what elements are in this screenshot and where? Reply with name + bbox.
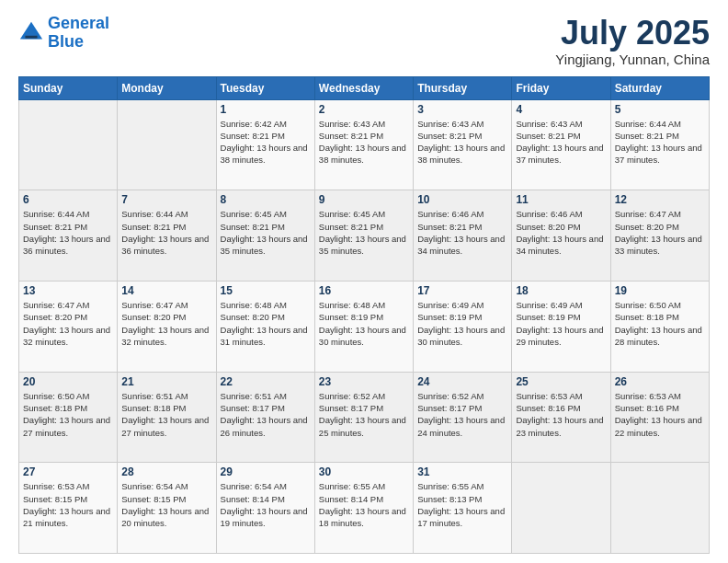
day-number: 8 [221,193,311,206]
table-row: 26Sunrise: 6:53 AMSunset: 8:16 PMDayligh… [610,372,709,463]
logo-icon [18,20,44,46]
day-info: Sunrise: 6:44 AMSunset: 8:21 PMDaylight:… [121,209,209,256]
table-row: 2Sunrise: 6:43 AMSunset: 8:21 PMDaylight… [314,99,413,190]
table-row: 24Sunrise: 6:52 AMSunset: 8:17 PMDayligh… [414,372,512,463]
logo-line2: Blue [48,32,84,51]
table-row: 5Sunrise: 6:44 AMSunset: 8:21 PMDaylight… [610,99,709,190]
day-number: 27 [23,465,113,478]
day-number: 12 [615,193,705,206]
col-wednesday: Wednesday [314,76,413,99]
calendar-week-row: 20Sunrise: 6:50 AMSunset: 8:18 PMDayligh… [19,372,710,463]
table-row: 29Sunrise: 6:54 AMSunset: 8:14 PMDayligh… [216,463,314,554]
col-tuesday: Tuesday [216,76,314,99]
table-row: 23Sunrise: 6:52 AMSunset: 8:17 PMDayligh… [314,372,413,463]
day-info: Sunrise: 6:47 AMSunset: 8:20 PMDaylight:… [615,209,702,256]
day-number: 15 [221,284,311,297]
day-number: 10 [417,193,507,206]
day-info: Sunrise: 6:46 AMSunset: 8:20 PMDaylight:… [516,209,603,256]
day-info: Sunrise: 6:49 AMSunset: 8:19 PMDaylight:… [417,300,505,347]
table-row: 21Sunrise: 6:51 AMSunset: 8:18 PMDayligh… [118,372,216,463]
table-row: 8Sunrise: 6:45 AMSunset: 8:21 PMDaylight… [216,190,314,282]
day-info: Sunrise: 6:50 AMSunset: 8:18 PMDaylight:… [23,391,110,438]
day-info: Sunrise: 6:47 AMSunset: 8:20 PMDaylight:… [121,300,209,347]
day-info: Sunrise: 6:51 AMSunset: 8:17 PMDaylight:… [221,391,308,438]
day-info: Sunrise: 6:54 AMSunset: 8:15 PMDaylight:… [121,481,209,528]
table-row [118,99,216,190]
col-monday: Monday [118,76,216,99]
day-info: Sunrise: 6:43 AMSunset: 8:21 PMDaylight:… [516,119,603,166]
main-title: July 2025 [555,15,710,52]
day-info: Sunrise: 6:51 AMSunset: 8:18 PMDaylight:… [121,391,209,438]
col-thursday: Thursday [414,76,512,99]
calendar-week-row: 13Sunrise: 6:47 AMSunset: 8:20 PMDayligh… [19,281,710,372]
table-row [610,463,709,554]
table-row: 6Sunrise: 6:44 AMSunset: 8:21 PMDaylight… [19,190,118,282]
day-info: Sunrise: 6:54 AMSunset: 8:14 PMDaylight:… [221,481,308,528]
day-info: Sunrise: 6:44 AMSunset: 8:21 PMDaylight:… [23,209,110,256]
day-number: 28 [121,465,211,478]
calendar-week-row: 1Sunrise: 6:42 AMSunset: 8:21 PMDaylight… [19,99,710,190]
day-info: Sunrise: 6:53 AMSunset: 8:15 PMDaylight:… [23,481,110,528]
day-number: 16 [319,284,409,297]
table-row: 3Sunrise: 6:43 AMSunset: 8:21 PMDaylight… [414,99,512,190]
day-number: 9 [319,193,409,206]
table-row: 31Sunrise: 6:55 AMSunset: 8:13 PMDayligh… [414,463,512,554]
page: General Blue July 2025 Yingjiang, Yunnan… [0,0,728,563]
table-row: 1Sunrise: 6:42 AMSunset: 8:21 PMDaylight… [216,99,314,190]
day-number: 13 [23,284,113,297]
subtitle: Yingjiang, Yunnan, China [555,52,710,67]
day-info: Sunrise: 6:55 AMSunset: 8:13 PMDaylight:… [417,481,505,528]
day-number: 26 [615,375,705,388]
logo-text: General Blue [48,15,109,52]
table-row: 20Sunrise: 6:50 AMSunset: 8:18 PMDayligh… [19,372,118,463]
day-number: 30 [319,465,409,478]
day-number: 19 [615,284,705,297]
day-number: 20 [23,375,113,388]
title-block: July 2025 Yingjiang, Yunnan, China [555,15,710,67]
table-row: 11Sunrise: 6:46 AMSunset: 8:20 PMDayligh… [512,190,610,282]
day-number: 5 [615,103,705,116]
logo: General Blue [18,15,109,52]
table-row: 17Sunrise: 6:49 AMSunset: 8:19 PMDayligh… [414,281,512,372]
day-number: 3 [417,103,507,116]
table-row: 19Sunrise: 6:50 AMSunset: 8:18 PMDayligh… [610,281,709,372]
day-number: 23 [319,375,409,388]
table-row: 10Sunrise: 6:46 AMSunset: 8:21 PMDayligh… [414,190,512,282]
calendar-week-row: 27Sunrise: 6:53 AMSunset: 8:15 PMDayligh… [19,463,710,554]
day-number: 11 [516,193,606,206]
col-saturday: Saturday [610,76,709,99]
table-row: 4Sunrise: 6:43 AMSunset: 8:21 PMDaylight… [512,99,610,190]
day-number: 2 [319,103,409,116]
table-row: 9Sunrise: 6:45 AMSunset: 8:21 PMDaylight… [314,190,413,282]
day-info: Sunrise: 6:53 AMSunset: 8:16 PMDaylight:… [516,391,603,438]
day-number: 14 [121,284,211,297]
day-info: Sunrise: 6:52 AMSunset: 8:17 PMDaylight:… [417,391,505,438]
table-row: 14Sunrise: 6:47 AMSunset: 8:20 PMDayligh… [118,281,216,372]
calendar-header-row: Sunday Monday Tuesday Wednesday Thursday… [19,76,710,99]
table-row [19,99,118,190]
col-friday: Friday [512,76,610,99]
day-number: 7 [121,193,211,206]
day-info: Sunrise: 6:43 AMSunset: 8:21 PMDaylight:… [417,119,505,166]
day-number: 29 [221,465,311,478]
table-row: 25Sunrise: 6:53 AMSunset: 8:16 PMDayligh… [512,372,610,463]
table-row: 7Sunrise: 6:44 AMSunset: 8:21 PMDaylight… [118,190,216,282]
day-info: Sunrise: 6:42 AMSunset: 8:21 PMDaylight:… [221,119,308,166]
table-row: 16Sunrise: 6:48 AMSunset: 8:19 PMDayligh… [314,281,413,372]
day-info: Sunrise: 6:53 AMSunset: 8:16 PMDaylight:… [615,391,702,438]
logo-line1: General [48,14,109,32]
day-info: Sunrise: 6:49 AMSunset: 8:19 PMDaylight:… [516,300,603,347]
calendar-table: Sunday Monday Tuesday Wednesday Thursday… [18,76,710,554]
table-row: 30Sunrise: 6:55 AMSunset: 8:14 PMDayligh… [314,463,413,554]
col-sunday: Sunday [19,76,118,99]
table-row: 12Sunrise: 6:47 AMSunset: 8:20 PMDayligh… [610,190,709,282]
table-row: 28Sunrise: 6:54 AMSunset: 8:15 PMDayligh… [118,463,216,554]
table-row: 27Sunrise: 6:53 AMSunset: 8:15 PMDayligh… [19,463,118,554]
day-info: Sunrise: 6:43 AMSunset: 8:21 PMDaylight:… [319,119,406,166]
day-info: Sunrise: 6:47 AMSunset: 8:20 PMDaylight:… [23,300,110,347]
header: General Blue July 2025 Yingjiang, Yunnan… [18,15,710,67]
day-number: 25 [516,375,606,388]
table-row [512,463,610,554]
day-info: Sunrise: 6:45 AMSunset: 8:21 PMDaylight:… [319,209,406,256]
table-row: 15Sunrise: 6:48 AMSunset: 8:20 PMDayligh… [216,281,314,372]
